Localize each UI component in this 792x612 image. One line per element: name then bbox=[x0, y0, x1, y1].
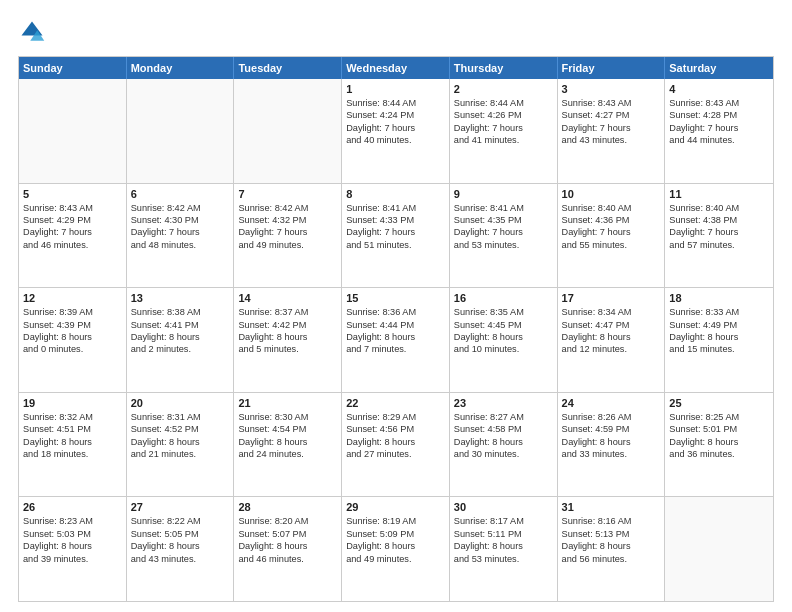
day-number-3: 3 bbox=[562, 83, 661, 95]
day-13-line-4: and 2 minutes. bbox=[131, 343, 230, 355]
day-cell-30: 30Sunrise: 8:17 AMSunset: 5:11 PMDayligh… bbox=[450, 497, 558, 601]
day-18-line-4: and 15 minutes. bbox=[669, 343, 769, 355]
day-1-line-3: Daylight: 7 hours bbox=[346, 122, 445, 134]
day-20-line-1: Sunrise: 8:31 AM bbox=[131, 411, 230, 423]
day-6-line-2: Sunset: 4:30 PM bbox=[131, 214, 230, 226]
day-15-line-2: Sunset: 4:44 PM bbox=[346, 319, 445, 331]
day-number-29: 29 bbox=[346, 501, 445, 513]
day-14-line-3: Daylight: 8 hours bbox=[238, 331, 337, 343]
day-25-line-4: and 36 minutes. bbox=[669, 448, 769, 460]
day-3-line-4: and 43 minutes. bbox=[562, 134, 661, 146]
day-number-25: 25 bbox=[669, 397, 769, 409]
day-21-line-2: Sunset: 4:54 PM bbox=[238, 423, 337, 435]
day-15-line-4: and 7 minutes. bbox=[346, 343, 445, 355]
day-31-line-2: Sunset: 5:13 PM bbox=[562, 528, 661, 540]
day-cell-15: 15Sunrise: 8:36 AMSunset: 4:44 PMDayligh… bbox=[342, 288, 450, 392]
weekday-monday: Monday bbox=[127, 57, 235, 79]
day-30-line-3: Daylight: 8 hours bbox=[454, 540, 553, 552]
day-number-30: 30 bbox=[454, 501, 553, 513]
day-12-line-4: and 0 minutes. bbox=[23, 343, 122, 355]
day-30-line-1: Sunrise: 8:17 AM bbox=[454, 515, 553, 527]
day-number-10: 10 bbox=[562, 188, 661, 200]
day-4-line-1: Sunrise: 8:43 AM bbox=[669, 97, 769, 109]
day-13-line-2: Sunset: 4:41 PM bbox=[131, 319, 230, 331]
day-4-line-3: Daylight: 7 hours bbox=[669, 122, 769, 134]
day-cell-13: 13Sunrise: 8:38 AMSunset: 4:41 PMDayligh… bbox=[127, 288, 235, 392]
weekday-saturday: Saturday bbox=[665, 57, 773, 79]
day-29-line-4: and 49 minutes. bbox=[346, 553, 445, 565]
day-10-line-4: and 55 minutes. bbox=[562, 239, 661, 251]
day-cell-1: 1Sunrise: 8:44 AMSunset: 4:24 PMDaylight… bbox=[342, 79, 450, 183]
logo bbox=[18, 18, 50, 46]
day-9-line-4: and 53 minutes. bbox=[454, 239, 553, 251]
day-22-line-3: Daylight: 8 hours bbox=[346, 436, 445, 448]
day-29-line-3: Daylight: 8 hours bbox=[346, 540, 445, 552]
day-23-line-4: and 30 minutes. bbox=[454, 448, 553, 460]
day-cell-14: 14Sunrise: 8:37 AMSunset: 4:42 PMDayligh… bbox=[234, 288, 342, 392]
day-22-line-1: Sunrise: 8:29 AM bbox=[346, 411, 445, 423]
day-30-line-2: Sunset: 5:11 PM bbox=[454, 528, 553, 540]
day-24-line-2: Sunset: 4:59 PM bbox=[562, 423, 661, 435]
day-1-line-1: Sunrise: 8:44 AM bbox=[346, 97, 445, 109]
day-26-line-3: Daylight: 8 hours bbox=[23, 540, 122, 552]
day-19-line-2: Sunset: 4:51 PM bbox=[23, 423, 122, 435]
day-22-line-4: and 27 minutes. bbox=[346, 448, 445, 460]
day-cell-19: 19Sunrise: 8:32 AMSunset: 4:51 PMDayligh… bbox=[19, 393, 127, 497]
day-1-line-4: and 40 minutes. bbox=[346, 134, 445, 146]
weekday-tuesday: Tuesday bbox=[234, 57, 342, 79]
day-20-line-3: Daylight: 8 hours bbox=[131, 436, 230, 448]
calendar-body: 1Sunrise: 8:44 AMSunset: 4:24 PMDaylight… bbox=[19, 79, 773, 601]
calendar-row-5: 26Sunrise: 8:23 AMSunset: 5:03 PMDayligh… bbox=[19, 496, 773, 601]
day-17-line-4: and 12 minutes. bbox=[562, 343, 661, 355]
day-18-line-3: Daylight: 8 hours bbox=[669, 331, 769, 343]
weekday-sunday: Sunday bbox=[19, 57, 127, 79]
day-28-line-4: and 46 minutes. bbox=[238, 553, 337, 565]
day-5-line-3: Daylight: 7 hours bbox=[23, 226, 122, 238]
day-number-26: 26 bbox=[23, 501, 122, 513]
day-number-20: 20 bbox=[131, 397, 230, 409]
empty-cell-4-6 bbox=[665, 497, 773, 601]
day-14-line-2: Sunset: 4:42 PM bbox=[238, 319, 337, 331]
empty-cell-0-2 bbox=[234, 79, 342, 183]
day-cell-25: 25Sunrise: 8:25 AMSunset: 5:01 PMDayligh… bbox=[665, 393, 773, 497]
day-21-line-3: Daylight: 8 hours bbox=[238, 436, 337, 448]
day-22-line-2: Sunset: 4:56 PM bbox=[346, 423, 445, 435]
day-cell-27: 27Sunrise: 8:22 AMSunset: 5:05 PMDayligh… bbox=[127, 497, 235, 601]
day-2-line-3: Daylight: 7 hours bbox=[454, 122, 553, 134]
day-24-line-4: and 33 minutes. bbox=[562, 448, 661, 460]
day-cell-26: 26Sunrise: 8:23 AMSunset: 5:03 PMDayligh… bbox=[19, 497, 127, 601]
day-16-line-2: Sunset: 4:45 PM bbox=[454, 319, 553, 331]
day-cell-22: 22Sunrise: 8:29 AMSunset: 4:56 PMDayligh… bbox=[342, 393, 450, 497]
day-10-line-3: Daylight: 7 hours bbox=[562, 226, 661, 238]
day-cell-10: 10Sunrise: 8:40 AMSunset: 4:36 PMDayligh… bbox=[558, 184, 666, 288]
day-27-line-2: Sunset: 5:05 PM bbox=[131, 528, 230, 540]
day-21-line-4: and 24 minutes. bbox=[238, 448, 337, 460]
day-8-line-4: and 51 minutes. bbox=[346, 239, 445, 251]
day-cell-31: 31Sunrise: 8:16 AMSunset: 5:13 PMDayligh… bbox=[558, 497, 666, 601]
day-24-line-1: Sunrise: 8:26 AM bbox=[562, 411, 661, 423]
day-17-line-1: Sunrise: 8:34 AM bbox=[562, 306, 661, 318]
day-5-line-4: and 46 minutes. bbox=[23, 239, 122, 251]
day-number-28: 28 bbox=[238, 501, 337, 513]
day-7-line-2: Sunset: 4:32 PM bbox=[238, 214, 337, 226]
day-20-line-2: Sunset: 4:52 PM bbox=[131, 423, 230, 435]
day-number-17: 17 bbox=[562, 292, 661, 304]
day-number-27: 27 bbox=[131, 501, 230, 513]
day-13-line-1: Sunrise: 8:38 AM bbox=[131, 306, 230, 318]
logo-icon bbox=[18, 18, 46, 46]
day-2-line-2: Sunset: 4:26 PM bbox=[454, 109, 553, 121]
day-9-line-1: Sunrise: 8:41 AM bbox=[454, 202, 553, 214]
day-2-line-1: Sunrise: 8:44 AM bbox=[454, 97, 553, 109]
day-31-line-4: and 56 minutes. bbox=[562, 553, 661, 565]
day-cell-18: 18Sunrise: 8:33 AMSunset: 4:49 PMDayligh… bbox=[665, 288, 773, 392]
day-31-line-1: Sunrise: 8:16 AM bbox=[562, 515, 661, 527]
day-3-line-3: Daylight: 7 hours bbox=[562, 122, 661, 134]
day-5-line-1: Sunrise: 8:43 AM bbox=[23, 202, 122, 214]
day-1-line-2: Sunset: 4:24 PM bbox=[346, 109, 445, 121]
day-27-line-4: and 43 minutes. bbox=[131, 553, 230, 565]
day-number-15: 15 bbox=[346, 292, 445, 304]
day-8-line-1: Sunrise: 8:41 AM bbox=[346, 202, 445, 214]
day-4-line-2: Sunset: 4:28 PM bbox=[669, 109, 769, 121]
day-cell-16: 16Sunrise: 8:35 AMSunset: 4:45 PMDayligh… bbox=[450, 288, 558, 392]
day-11-line-1: Sunrise: 8:40 AM bbox=[669, 202, 769, 214]
